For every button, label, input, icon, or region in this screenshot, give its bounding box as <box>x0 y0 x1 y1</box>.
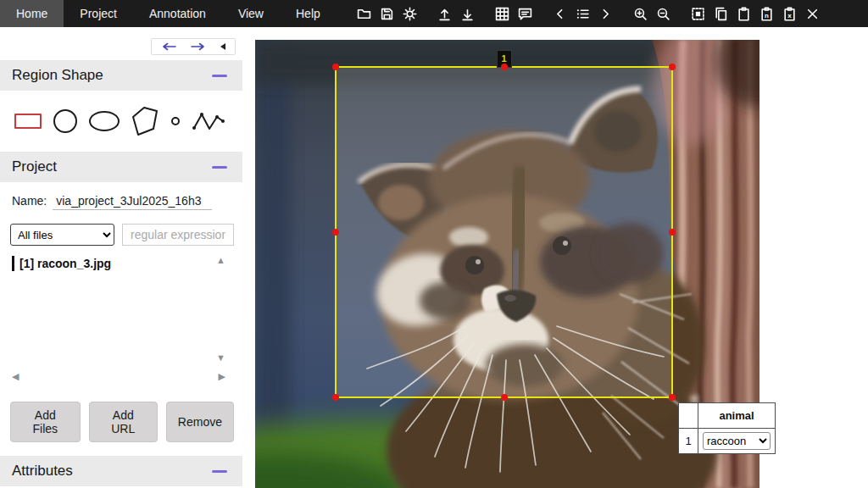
zoom-out-icon[interactable] <box>656 7 670 21</box>
grid-view-icon[interactable] <box>495 7 509 21</box>
region-handle-bottom-left[interactable] <box>332 394 339 401</box>
menu-home[interactable]: Home <box>0 0 64 27</box>
project-title: Project <box>12 158 57 175</box>
attributes-title: Attributes <box>12 463 73 480</box>
add-url-button[interactable]: Add URL <box>89 402 158 442</box>
region-box[interactable]: 1 <box>335 66 673 398</box>
file-name: [1] racoon_3.jpg <box>19 257 111 270</box>
regex-filter-input[interactable] <box>122 224 234 246</box>
scroll-up-icon[interactable]: ▲ <box>216 256 225 265</box>
region-handle-top-right[interactable] <box>669 64 676 70</box>
project-body: Name: All files [1] racoon_3.jpg ▲ ▼ ◀ ▶… <box>0 182 242 456</box>
shape-rectangle[interactable] <box>14 113 42 130</box>
region-handle-bottom-right[interactable] <box>669 394 676 401</box>
svg-text:x: x <box>787 12 792 19</box>
shape-polyline[interactable] <box>192 109 225 133</box>
settings-icon[interactable] <box>403 7 417 21</box>
on-image-annotation-editor: animal 1 raccoon <box>678 402 776 454</box>
file-filter-select[interactable]: All files <box>10 224 114 246</box>
upload-icon[interactable] <box>437 7 452 21</box>
sidebar: Region Shape Project Name: All files [1]… <box>0 27 242 488</box>
next-image-icon[interactable] <box>598 7 613 21</box>
attributes-header[interactable]: Attributes <box>0 456 242 486</box>
shape-point[interactable] <box>170 115 181 127</box>
region-handle-middle-right[interactable] <box>669 229 676 236</box>
menu-help[interactable]: Help <box>280 0 337 27</box>
file-list: [1] racoon_3.jpg ▲ ▼ ◀ ▶ <box>8 251 234 385</box>
scroll-down-icon[interactable]: ▼ <box>216 353 225 363</box>
region-id-cell: 1 <box>679 429 698 454</box>
shape-ellipse[interactable] <box>88 110 120 132</box>
collapse-dash-icon[interactable] <box>212 166 227 169</box>
scroll-right-icon[interactable]: ▶ <box>219 372 225 381</box>
collapse-dash-icon[interactable] <box>212 75 227 77</box>
menu-project[interactable]: Project <box>64 0 133 27</box>
download-icon[interactable] <box>460 7 475 21</box>
project-name-input[interactable] <box>53 192 212 210</box>
svg-text:n: n <box>765 12 769 19</box>
remove-button[interactable]: Remove <box>166 402 234 442</box>
region-shape-header[interactable]: Region Shape <box>0 60 242 91</box>
folder-icon[interactable] <box>357 7 371 21</box>
select-all-regions-icon[interactable] <box>691 7 705 21</box>
region-shape-tools <box>0 91 242 152</box>
paste-regions-icon[interactable] <box>737 7 751 21</box>
attribute-row: 1 raccoon <box>679 429 776 454</box>
region-handle-bottom-middle[interactable] <box>501 394 508 401</box>
menu-view[interactable]: View <box>222 0 280 27</box>
text-cursor <box>12 256 14 271</box>
project-name-label: Name: <box>12 194 47 208</box>
attribute-value-select[interactable]: raccoon <box>703 432 771 450</box>
attribute-column-header: animal <box>698 403 776 429</box>
shape-circle[interactable] <box>53 108 78 134</box>
save-icon[interactable] <box>380 7 394 21</box>
region-handle-middle-left[interactable] <box>332 229 339 236</box>
region-shape-title: Region Shape <box>12 67 103 84</box>
comment-icon[interactable] <box>518 7 532 21</box>
menubar: Home Project Annotation View Help n x <box>0 0 868 27</box>
attribute-id-column-header <box>679 403 698 429</box>
region-handle-top-left[interactable] <box>332 64 339 70</box>
copy-regions-icon[interactable] <box>714 7 728 21</box>
file-list-item[interactable]: [1] racoon_3.jpg <box>8 251 234 271</box>
image-nav-row <box>0 27 242 60</box>
next-image-arrow[interactable] <box>190 42 207 52</box>
paste-n-regions-icon[interactable]: n <box>760 7 774 21</box>
prev-image-arrow[interactable] <box>160 42 177 52</box>
collapse-sidebar-icon[interactable] <box>220 42 226 51</box>
region-handle-top-middle[interactable] <box>501 64 508 70</box>
image-list-icon[interactable] <box>576 7 590 21</box>
collapse-dash-icon[interactable] <box>212 470 227 473</box>
scroll-left-icon[interactable]: ◀ <box>12 372 19 381</box>
delete-regions-icon[interactable]: x <box>782 7 797 21</box>
shape-polygon[interactable] <box>131 105 159 137</box>
menu-annotation[interactable]: Annotation <box>133 0 222 27</box>
image-nav-box <box>151 38 236 55</box>
zoom-in-icon[interactable] <box>633 7 648 21</box>
add-files-button[interactable]: Add Files <box>10 402 81 442</box>
project-header[interactable]: Project <box>0 152 242 182</box>
close-icon[interactable] <box>805 7 820 21</box>
prev-image-icon[interactable] <box>553 7 567 21</box>
